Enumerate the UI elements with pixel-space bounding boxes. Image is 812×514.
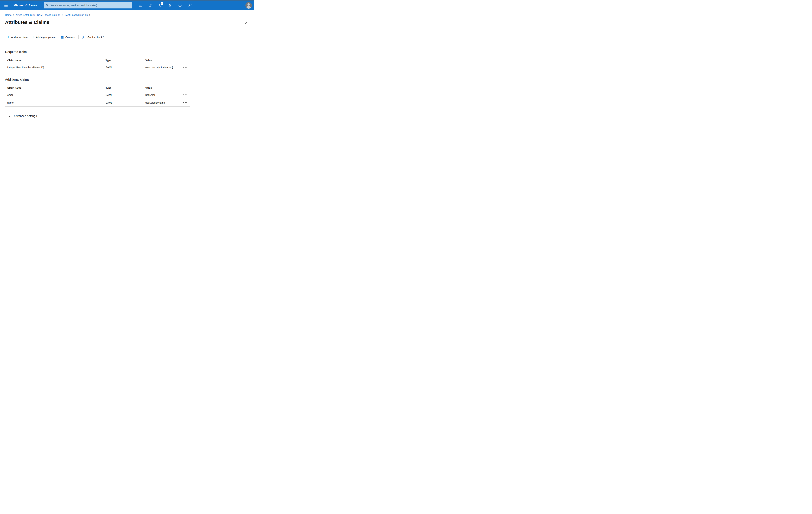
required-claim-heading: Required claim bbox=[5, 50, 27, 54]
columns-icon bbox=[61, 36, 63, 38]
search-input[interactable] bbox=[50, 4, 130, 7]
breadcrumb-separator: > bbox=[62, 13, 63, 16]
advanced-settings-toggle[interactable]: Advanced settings bbox=[8, 114, 37, 118]
table-header-row: Claim name Type Value bbox=[5, 57, 190, 63]
type-cell: SAML bbox=[106, 101, 145, 104]
title-context-menu-icon[interactable] bbox=[63, 23, 67, 25]
additional-claims-heading: Additional claims bbox=[5, 78, 29, 81]
breadcrumb: Home > Azure SAML SSO | SAML-based Sign-… bbox=[5, 13, 90, 16]
help-button[interactable]: ? bbox=[177, 2, 183, 9]
feedback-button[interactable] bbox=[187, 2, 193, 9]
table-row[interactable]: name SAML user.displayname bbox=[5, 99, 190, 107]
add-new-claim-button[interactable]: + Add new claim bbox=[7, 36, 28, 39]
feedback-icon bbox=[188, 3, 192, 7]
page-title: Attributes & Claims bbox=[5, 20, 49, 25]
top-bar: Microsoft Azure bbox=[0, 0, 254, 10]
row-menu-icon[interactable] bbox=[183, 101, 187, 104]
settings-gear-icon bbox=[168, 3, 172, 7]
settings-button[interactable] bbox=[167, 2, 173, 9]
columns-label: Columns bbox=[65, 36, 75, 39]
claim-name-cell: name bbox=[5, 101, 106, 104]
column-header-value: Value bbox=[145, 59, 181, 62]
breadcrumb-home[interactable]: Home bbox=[5, 13, 11, 16]
columns-button[interactable]: Columns bbox=[61, 36, 75, 39]
breadcrumb-saml-signon[interactable]: SAML-based Sign-on bbox=[65, 13, 88, 16]
feedback-person-icon bbox=[82, 35, 86, 39]
brand-logo[interactable]: Microsoft Azure bbox=[13, 4, 37, 7]
column-header-type: Type bbox=[106, 59, 145, 62]
cloud-shell-button[interactable] bbox=[137, 2, 144, 9]
add-group-claim-button[interactable]: + Add a group claim bbox=[32, 36, 56, 39]
advanced-settings-label: Advanced settings bbox=[13, 114, 37, 118]
column-header-claim-name: Claim name bbox=[5, 86, 106, 89]
got-feedback-label: Got feedback? bbox=[88, 36, 104, 39]
topbar-icon-group: 6 ? bbox=[137, 2, 193, 9]
type-cell: SAML bbox=[106, 93, 145, 97]
table-row[interactable]: Unique User Identifier (Name ID) SAML us… bbox=[5, 63, 190, 71]
close-blade-button[interactable] bbox=[244, 21, 248, 25]
type-cell: SAML bbox=[106, 66, 145, 69]
additional-claims-table: Claim name Type Value email SAML user.ma… bbox=[5, 85, 190, 107]
directory-filter-button[interactable] bbox=[147, 2, 154, 9]
avatar-shoulders bbox=[246, 6, 251, 9]
plus-icon: + bbox=[7, 35, 9, 39]
add-new-claim-label: Add new claim bbox=[11, 36, 28, 39]
column-header-type: Type bbox=[106, 86, 145, 89]
required-claim-table: Claim name Type Value Unique User Identi… bbox=[5, 57, 190, 71]
breadcrumb-separator: > bbox=[13, 13, 14, 16]
claim-name-cell: Unique User Identifier (Name ID) bbox=[5, 66, 106, 69]
table-row[interactable]: email SAML user.mail bbox=[5, 91, 190, 99]
search-icon bbox=[46, 4, 49, 7]
cloud-shell-icon bbox=[139, 3, 142, 7]
add-group-claim-label: Add a group claim bbox=[36, 36, 56, 39]
directory-filter-icon bbox=[148, 3, 152, 7]
svg-text:?: ? bbox=[180, 4, 181, 6]
notifications-button[interactable]: 6 bbox=[157, 2, 164, 9]
row-menu-icon[interactable] bbox=[183, 93, 187, 96]
plus-icon: + bbox=[32, 35, 34, 39]
notification-badge: 6 bbox=[161, 2, 163, 5]
value-cell: user.displayname bbox=[145, 101, 181, 104]
claim-name-cell: email bbox=[5, 93, 106, 97]
azure-portal-window: Microsoft Azure bbox=[0, 0, 254, 129]
command-bar: + Add new claim + Add a group claim Colu… bbox=[7, 35, 104, 40]
table-header-row: Claim name Type Value bbox=[5, 85, 190, 91]
toolbar-rule bbox=[5, 42, 254, 42]
value-cell: user.mail bbox=[145, 93, 181, 97]
column-header-value: Value bbox=[145, 86, 181, 89]
global-search[interactable] bbox=[44, 2, 132, 8]
help-icon: ? bbox=[178, 3, 182, 7]
breadcrumb-separator: > bbox=[89, 13, 90, 16]
avatar-head bbox=[248, 3, 250, 6]
close-icon bbox=[244, 22, 247, 25]
breadcrumb-sso-overview[interactable]: Azure SAML SSO | SAML-based Sign-on bbox=[16, 13, 60, 16]
got-feedback-button[interactable]: Got feedback? bbox=[82, 35, 104, 39]
avatar[interactable] bbox=[245, 2, 252, 9]
column-header-claim-name: Claim name bbox=[5, 59, 106, 62]
row-menu-icon[interactable] bbox=[183, 66, 187, 69]
chevron-down-icon bbox=[8, 115, 10, 117]
value-cell: user.userprincipalname [... bbox=[145, 66, 181, 69]
hamburger-menu-icon[interactable] bbox=[4, 4, 8, 6]
